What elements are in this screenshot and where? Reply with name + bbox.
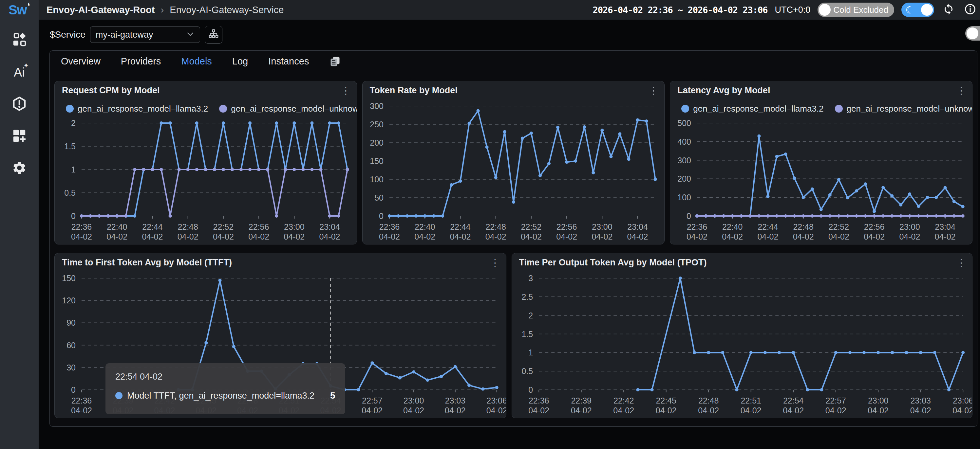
svg-text:04-02: 04-02 (248, 232, 269, 241)
svg-text:300: 300 (678, 156, 691, 165)
legend-dot-icon (66, 105, 74, 113)
ai-pipeline-icon: Ai✦ (14, 65, 25, 79)
svg-text:04-02: 04-02 (414, 232, 435, 241)
svg-text:150: 150 (62, 274, 76, 283)
svg-text:0: 0 (528, 385, 533, 394)
svg-text:04-02: 04-02 (864, 232, 885, 241)
svg-text:04-02: 04-02 (910, 406, 931, 415)
svg-text:23:00: 23:00 (404, 396, 424, 405)
svg-text:23:00: 23:00 (899, 222, 920, 232)
tab-log[interactable]: Log (232, 56, 248, 67)
svg-text:22:57: 22:57 (826, 396, 846, 405)
svg-text:22:57: 22:57 (362, 396, 383, 405)
svg-text:04-02: 04-02 (71, 406, 92, 415)
sidebar-item-ai-pipeline[interactable]: Ai✦ (8, 61, 31, 84)
svg-text:04-02: 04-02 (445, 406, 466, 415)
svg-text:23:06: 23:06 (953, 396, 972, 405)
breadcrumb-current: Envoy-AI-Gateway-Service (170, 5, 284, 15)
cold-excluded-toggle[interactable]: Cold Excluded (818, 3, 894, 17)
legend-dot-icon (835, 105, 843, 113)
breadcrumb-root[interactable]: Envoy-AI-Gateway-Root (46, 5, 154, 15)
svg-text:22:56: 22:56 (864, 222, 885, 232)
svg-text:500: 500 (678, 119, 691, 128)
svg-text:04-02: 04-02 (362, 406, 383, 415)
line-chart[interactable]: 05010015020025030022:3604-0222:4004-0222… (363, 100, 665, 244)
svg-text:04-02: 04-02 (722, 232, 743, 241)
tab-instances[interactable]: Instances (268, 56, 309, 67)
chart-card-request-cpm: Request CPM by Model gen_ai_response_mod… (54, 81, 357, 244)
legend-item[interactable]: gen_ai_response_model=llama3.2 (681, 104, 823, 114)
svg-text:2.5: 2.5 (522, 292, 533, 301)
line-chart[interactable]: 010020030040050022:3604-0222:4004-0222:4… (670, 117, 972, 244)
tab-providers[interactable]: Providers (121, 56, 161, 67)
svg-text:04-02: 04-02 (935, 232, 956, 241)
service-label: $Service (50, 29, 86, 40)
svg-text:22:40: 22:40 (722, 222, 743, 232)
svg-text:200: 200 (370, 138, 383, 147)
svg-text:22:51: 22:51 (741, 396, 761, 405)
sidebar-item-dashboards[interactable] (8, 29, 31, 52)
view-toggle[interactable]: V (965, 26, 980, 41)
toggle-knob (921, 4, 933, 16)
svg-text:22:36: 22:36 (379, 222, 399, 232)
svg-text:22:48: 22:48 (793, 222, 814, 232)
svg-text:22:48: 22:48 (485, 222, 506, 232)
svg-text:22:44: 22:44 (450, 222, 471, 232)
svg-text:04-02: 04-02 (178, 232, 199, 241)
svg-text:200: 200 (678, 174, 691, 183)
svg-text:04-02: 04-02 (740, 406, 761, 415)
chart-menu-icon[interactable] (956, 86, 967, 95)
cold-excluded-label: Cold Excluded (833, 5, 888, 15)
service-select[interactable]: my-ai-gateway (90, 27, 200, 43)
svg-text:23:04: 23:04 (627, 222, 648, 232)
dark-mode-toggle[interactable]: ☾ (901, 3, 934, 17)
settings-gear-icon (12, 160, 27, 177)
refresh-button[interactable] (941, 3, 956, 17)
svg-text:04-02: 04-02 (783, 406, 804, 415)
chart-menu-icon[interactable] (490, 258, 501, 268)
legend-item[interactable]: gen_ai_response_model=llama3.2 (66, 104, 208, 114)
svg-text:120: 120 (62, 296, 76, 305)
chart-card-token-rate: Token Rate by Model 05010015020025030022… (362, 81, 665, 244)
copy-pages-icon (329, 56, 341, 67)
copy-dashboard-button[interactable] (329, 56, 341, 67)
svg-text:2: 2 (71, 119, 76, 128)
topology-button[interactable] (205, 26, 223, 43)
toggle-knob (819, 4, 830, 16)
legend-item[interactable]: gen_ai_response_model=unknown (219, 104, 357, 114)
chart-title: Token Rate by Model (370, 86, 648, 95)
svg-text:04-02: 04-02 (953, 406, 972, 415)
sidebar-item-alerting[interactable] (8, 93, 31, 116)
chart-card-ttft: Time to First Token Avg by Model (TTFT) … (54, 253, 506, 418)
legend-item[interactable]: gen_ai_response_model=unknown (835, 104, 972, 114)
line-chart[interactable]: 00.511.522.5322:3604-0222:3904-0222:4204… (512, 272, 972, 418)
tooltip-timestamp: 22:54 04-02 (115, 372, 336, 382)
time-range-picker[interactable]: 2026-04-02 22:36 ~ 2026-04-02 23:06 (593, 5, 768, 15)
svg-text:22:48: 22:48 (698, 396, 719, 405)
tab-overview[interactable]: Overview (61, 56, 100, 67)
svg-text:22:44: 22:44 (757, 222, 778, 232)
chart-legend: gen_ai_response_model=llama3.2 gen_ai_re… (55, 100, 357, 117)
legend-dot-icon (219, 105, 227, 113)
svg-text:04-02: 04-02 (825, 406, 846, 415)
legend-dot-icon (681, 105, 689, 113)
info-icon (964, 3, 976, 16)
svg-text:22:52: 22:52 (213, 222, 234, 232)
svg-text:23:00: 23:00 (284, 222, 305, 232)
sidebar-item-settings[interactable] (8, 157, 31, 180)
skywalking-logo[interactable]: Sw ʻ (0, 0, 39, 20)
tab-models[interactable]: Models (181, 56, 212, 67)
svg-text:04-02: 04-02 (828, 232, 849, 241)
chart-menu-icon[interactable] (648, 86, 659, 95)
chart-menu-icon[interactable] (956, 258, 967, 268)
svg-text:04-02: 04-02 (757, 232, 779, 241)
sidebar-item-marketplace[interactable] (8, 125, 31, 148)
chart-menu-icon[interactable] (340, 86, 352, 95)
breadcrumb-separator-icon: › (161, 4, 164, 15)
line-chart[interactable]: 00.511.5222:3604-0222:4004-0222:4404-022… (55, 117, 357, 244)
svg-text:60: 60 (67, 341, 76, 350)
info-button[interactable] (963, 3, 977, 17)
svg-text:22:52: 22:52 (521, 222, 541, 232)
svg-text:04-02: 04-02 (528, 406, 549, 415)
svg-text:04-02: 04-02 (319, 232, 340, 241)
